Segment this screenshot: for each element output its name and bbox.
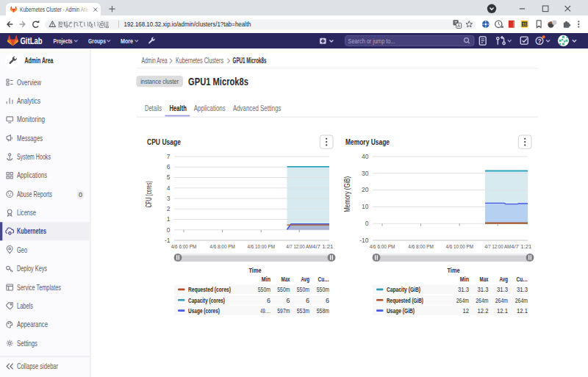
svg-text:12: 12	[462, 307, 469, 315]
svg-text:31.3: 31.3	[517, 286, 528, 293]
svg-text:Memory (GiB): Memory (GiB)	[343, 176, 351, 212]
svg-text:4/6 8:00 PM: 4/6 8:00 PM	[209, 243, 235, 250]
svg-text:Labels: Labels	[17, 302, 33, 310]
svg-text:31.3: 31.3	[458, 286, 469, 293]
svg-text:Kubernetes Clusters: Kubernetes Clusters	[176, 57, 223, 65]
svg-text:4: 4	[167, 184, 171, 192]
svg-text:6: 6	[286, 297, 290, 304]
svg-text:Max: Max	[282, 276, 290, 283]
svg-text:Applications: Applications	[194, 104, 226, 112]
svg-text:4/6 6:00 PM: 4/6 6:00 PM	[370, 243, 395, 250]
svg-text:instance cluster: instance cluster	[140, 77, 179, 85]
svg-text:-1: -1	[165, 237, 171, 244]
svg-text:6: 6	[167, 163, 171, 170]
svg-text:Admin Area: Admin Area	[142, 57, 168, 65]
svg-text:Kubernetes: Kubernetes	[17, 227, 46, 235]
svg-text:Monitoring: Monitoring	[17, 115, 45, 123]
svg-text:550m: 550m	[258, 286, 270, 293]
svg-text:Details: Details	[145, 104, 162, 112]
svg-text:Deploy Keys: Deploy Keys	[17, 265, 47, 273]
svg-text:GPU1 Microk8s: GPU1 Microk8s	[188, 75, 248, 87]
svg-text:6: 6	[267, 297, 270, 304]
svg-text:550m: 550m	[277, 286, 290, 293]
svg-text:CPU (cores): CPU (cores)	[145, 181, 153, 207]
svg-text:264m: 264m	[456, 297, 469, 304]
svg-text:Max: Max	[480, 276, 489, 283]
svg-text:264m: 264m	[515, 297, 528, 304]
svg-text:GPU1 Microk8s: GPU1 Microk8s	[233, 57, 267, 65]
svg-text:4/6 10:00 PM: 4/6 10:00 PM	[445, 243, 473, 250]
svg-text:CPU Usage: CPU Usage	[147, 137, 181, 146]
svg-text:1: 1	[167, 215, 171, 223]
svg-text:Settings: Settings	[17, 340, 37, 348]
svg-text:550m: 550m	[297, 286, 309, 293]
svg-text:5: 5	[167, 173, 171, 181]
svg-text:Applications: Applications	[17, 171, 47, 179]
svg-text:Overview: Overview	[17, 79, 42, 87]
svg-text:0: 0	[365, 220, 369, 227]
svg-text:Service Templates: Service Templates	[17, 284, 61, 292]
svg-text:Cu…: Cu…	[517, 276, 528, 283]
svg-text:Requested (cores): Requested (cores)	[188, 286, 231, 293]
svg-text:192.168.10.32.xip.io/admin/clu: 192.168.10.32.xip.io/admin/clusters/1?ta…	[124, 20, 251, 28]
svg-text:4/7 1:21: 4/7 1:21	[312, 243, 334, 250]
svg-text:Min: Min	[460, 276, 469, 283]
svg-text:Time: Time	[448, 267, 460, 274]
svg-text:Collapse sidebar: Collapse sidebar	[17, 362, 58, 370]
svg-text:550m: 550m	[317, 286, 329, 293]
svg-text:Search or jump to...: Search or jump to...	[348, 37, 395, 45]
svg-text:Avg: Avg	[500, 276, 509, 283]
svg-text:6: 6	[306, 297, 309, 304]
svg-text:4/7 1:21: 4/7 1:21	[511, 243, 532, 250]
svg-text:?: ?	[537, 37, 541, 45]
svg-text:-10: -10	[359, 237, 369, 244]
svg-text:Memory Usage: Memory Usage	[345, 137, 390, 146]
svg-text:264m: 264m	[476, 297, 488, 304]
svg-text:597m: 597m	[277, 307, 290, 315]
svg-text:License: License	[17, 209, 36, 217]
svg-text:31.3: 31.3	[478, 286, 489, 293]
svg-text:System Hooks: System Hooks	[17, 153, 51, 161]
svg-text:Geo: Geo	[17, 246, 27, 254]
svg-text:Analytics: Analytics	[17, 97, 40, 105]
svg-text:30: 30	[362, 170, 369, 177]
svg-text:Requested (GiB): Requested (GiB)	[387, 297, 423, 304]
svg-text:264m: 264m	[495, 297, 508, 304]
svg-text:49.…: 49.…	[260, 307, 270, 315]
svg-text:GitLab: GitLab	[21, 36, 43, 46]
svg-text:4/6 8:00 PM: 4/6 8:00 PM	[408, 243, 434, 250]
svg-text:4/7 12:00 AM: 4/7 12:00 AM	[484, 243, 511, 250]
svg-text:40: 40	[362, 153, 369, 160]
svg-text:Advanced Settings: Advanced Settings	[233, 104, 282, 112]
svg-text:31: 31	[523, 22, 527, 26]
svg-text:0: 0	[167, 226, 171, 234]
svg-text:Capacity (GiB): Capacity (GiB)	[387, 286, 420, 293]
svg-text:553m: 553m	[297, 307, 309, 315]
svg-text:Avg: Avg	[301, 276, 310, 283]
svg-text:20: 20	[362, 186, 369, 193]
svg-text:2: 2	[167, 205, 171, 212]
svg-text:Projects: Projects	[54, 37, 73, 45]
svg-text:7: 7	[167, 153, 171, 160]
svg-text:558m: 558m	[317, 307, 329, 315]
svg-text:Usage (cores): Usage (cores)	[188, 307, 220, 315]
svg-text:Cu…: Cu…	[318, 276, 330, 283]
svg-text:Time: Time	[249, 267, 262, 274]
svg-text:Abuse Reports: Abuse Reports	[17, 190, 52, 198]
svg-text:Admin Area: Admin Area	[25, 56, 54, 65]
svg-text:6: 6	[326, 297, 329, 304]
svg-text:Usage (GiB): Usage (GiB)	[387, 307, 415, 315]
svg-text:More: More	[121, 37, 133, 45]
svg-text:0: 0	[79, 191, 82, 198]
svg-text:Health: Health	[170, 104, 187, 112]
svg-text:4/7 12:00 AM: 4/7 12:00 AM	[286, 243, 312, 250]
svg-text:12.1: 12.1	[497, 307, 508, 315]
svg-text:4/6 6:00 PM: 4/6 6:00 PM	[171, 243, 197, 250]
svg-text:12.1: 12.1	[517, 307, 528, 315]
svg-text:31.3: 31.3	[497, 286, 508, 293]
svg-text:Groups: Groups	[88, 37, 106, 45]
svg-text:3: 3	[167, 195, 171, 202]
svg-text:Min: Min	[262, 276, 270, 283]
svg-text:Capacity (cores): Capacity (cores)	[188, 297, 225, 304]
svg-text:Appearance: Appearance	[17, 320, 48, 328]
